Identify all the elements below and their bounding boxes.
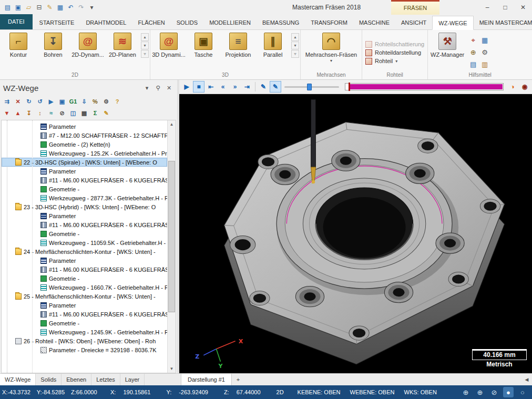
tasche-button[interactable]: ▣ Tasche [186,30,221,71]
machine-sim-icon[interactable]: ▥ [479,59,490,70]
minimize-button[interactable]: – [478,0,496,15]
scroll-views-button[interactable]: ◀ [521,374,532,385]
tree-item[interactable]: 25 - Mehrflächenschlichten-Kontur - [WKS… [2,292,167,301]
rohteildarstellung-button[interactable]: Rohteildarstellung [365,49,424,56]
projektion-button[interactable]: ≡ Projektion [221,30,255,71]
tab-wz-wege[interactable]: WZ-WEGE [432,16,473,30]
close-button[interactable]: ✕ [514,0,532,15]
simulation-progress-bar[interactable] [345,83,504,90]
maximize-button[interactable]: □ [496,0,514,15]
regenerate-all-button[interactable]: ↺ [35,96,45,107]
panel-help-2-button[interactable]: ✎ [101,108,111,118]
tool-list-icon[interactable]: ▤ [468,59,478,70]
simulation-options-button[interactable]: ◉ [519,81,530,93]
shaded-view-icon[interactable]: ● [503,387,514,397]
move-insert-down-button[interactable]: ↧ [24,108,34,118]
mode-toggle-2d[interactable]: 2D [277,389,284,395]
tree-item[interactable]: #11 - M6.00 KUGELFRÄSER - 6 KUGELFRÄSER [2,176,167,185]
toggle-locked-button[interactable]: ⊘ [57,108,67,118]
quick-verify-mode-button[interactable]: ✎ [270,81,281,93]
undo-icon[interactable]: ↶ [66,2,76,13]
tab-mein-mastercam[interactable]: MEIN MASTERCAM [474,16,532,29]
manager-tab-ebenen[interactable]: Ebenen [62,374,91,385]
bohren-button[interactable]: ↧ Bohren [36,30,70,71]
verify-button[interactable]: ▣ [57,96,67,107]
tab-flächen[interactable]: FLÄCHEN [132,16,170,29]
tree-item[interactable]: Geometrie - (2) Kette(n) [2,140,167,149]
trace-mode-button[interactable]: ✎ [258,81,269,93]
tab-drahtmodel[interactable]: DRAHTMODEL [80,16,132,29]
tree-item[interactable]: Parameter [2,211,167,220]
tree-item[interactable]: 22 - 3D-HSC (Spirale) - [WKS: Unten] - [… [2,158,167,167]
tplane-selector[interactable]: WEBENE: OBEN [350,389,395,395]
select-none-button[interactable]: ✕ [13,96,23,107]
pin-panel-icon[interactable]: ⚲ [153,83,163,93]
regenerate-selected-button[interactable]: ↻ [24,96,34,107]
tree-item[interactable]: Werkzeugweg - 2877.3K - Getriebehalter.H… [2,193,167,202]
tree-item[interactable]: 23 - 3D-HSC (Hybrid) - [WKS: Unten] - [W… [2,202,167,211]
tree-item[interactable]: Parameter [2,167,167,176]
probe-icon[interactable]: ⊕ [468,47,478,58]
tab-modellieren[interactable]: MODELLIEREN [203,16,257,29]
display-selected-only-button[interactable]: ◫ [68,108,78,118]
gallery-up-button[interactable]: ▴ [141,33,149,41]
config-grid-icon[interactable]: ▦ [55,2,65,13]
tree-item[interactable]: Geometrie - [2,319,167,328]
manager-tab-letztes[interactable]: Letztes [91,374,120,385]
tab-bemassung[interactable]: BEMASSUNG [257,16,305,29]
2d-planen-button[interactable]: ≋ 2D-Planen [105,30,140,71]
save-icon[interactable]: ▣ [13,2,23,13]
tree-item[interactable]: Werkzeugweg - 11059.5K - Getriebehalter.… [2,238,167,247]
tree-item[interactable]: Parameter [2,122,167,131]
wz-manager-button[interactable]: ⚒ WZ-Manager [429,30,466,71]
tree-item[interactable]: Werkzeugweg - 1660.7K - Getriebehalter.H… [2,283,167,292]
scroll-insert-button[interactable]: ↕ [35,108,45,118]
planes-globe-icon[interactable]: ⊕ [475,387,485,397]
insert-arrow-down-button[interactable]: ▼ [2,108,12,118]
scroll-down-icon[interactable]: ▼ [168,365,176,373]
tree-item[interactable]: Parameter [2,256,167,265]
play-button[interactable]: ▶ [181,81,192,93]
open-icon[interactable]: ▱ [24,2,34,13]
cplane-selector[interactable]: KEBENE: OBEN [298,389,341,395]
progress-handle[interactable] [349,83,350,91]
gallery-down-button[interactable]: ▾ [291,42,299,49]
view-tab-darstellung-1[interactable]: Darstellung #1 [181,374,232,385]
redo-icon[interactable]: ↷ [76,2,86,13]
step-forward-button[interactable]: » [229,81,241,93]
graphics-viewport[interactable]: X Y Z 40.166 mm Metrisch [179,94,532,373]
feed-optimize-button[interactable]: % [90,96,100,107]
context-tab-fraesen[interactable]: FRÄSEN [391,0,439,15]
tab-solids[interactable]: SOLIDS [171,16,203,29]
edit-config-icon[interactable]: ✎ [45,2,55,13]
close-panel-icon[interactable]: ✕ [164,83,174,93]
scroll-up-icon[interactable]: ▲ [168,120,176,128]
insert-arrow-up-button[interactable]: ▲ [13,108,23,118]
scrollbar-thumb[interactable] [168,161,175,312]
manager-tab-layer[interactable]: Layer [120,374,145,385]
gallery-expand-button[interactable]: ▿ [291,50,299,58]
section-globe-icon[interactable]: ⊘ [489,387,499,397]
tree-item[interactable]: #11 - M6.00 KUGELFRÄSER - 6 KUGELFRÄSER [2,265,167,274]
tree-item[interactable]: #7 - M12.00 SCHAFTFRÄSER - 12 SCHAFTFRÄS [2,131,167,140]
go-to-end-button[interactable]: ⇥ [241,81,253,93]
tree-item[interactable]: #11 - M6.00 KUGELFRÄSER - 6 KUGELFRÄSER [2,220,167,229]
tree-scrollbar[interactable]: ▲ ▼ [167,120,176,373]
rohteil-button[interactable]: Rohteil ▾ [365,58,424,65]
tool-settings-icon[interactable]: ⌖ [468,35,478,46]
backplot-button[interactable]: ▶ [46,96,56,107]
tab-ansicht[interactable]: ANSICHT [395,16,432,29]
tree-item[interactable]: Geometrie - [2,229,167,238]
tree-item[interactable]: 26 - Rohteil - [WKS: Oben] - [WEbene: Ob… [2,336,167,345]
parallel-button[interactable]: ∥ Parallel [255,30,290,71]
mehrachsen-fraesen-button[interactable]: ◠ Mehrachsen-Fräsen ▾ [302,30,361,71]
go-to-start-button[interactable]: ⇤ [205,81,217,93]
panel-menu-icon[interactable]: ▾ [142,83,152,93]
display-quality-button[interactable]: ◑ [507,81,518,93]
lock-selected-only-button[interactable]: ▩ [79,108,89,118]
tree-item[interactable]: Geometrie - [2,185,167,193]
step-back-button[interactable]: « [217,81,229,93]
wcs-selector[interactable]: WKS: OBEN [404,389,437,395]
gallery-up-button[interactable]: ▴ [291,33,299,41]
kontur-button[interactable]: ⌐ Kontur [1,30,36,71]
